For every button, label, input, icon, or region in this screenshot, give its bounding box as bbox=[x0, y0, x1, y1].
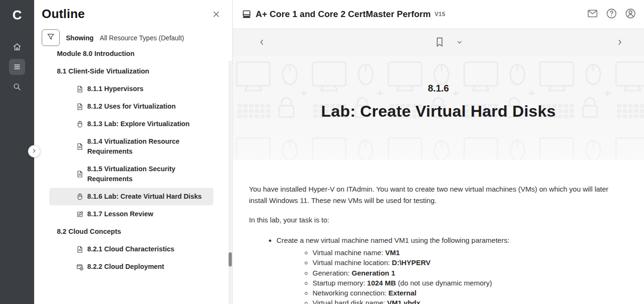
bookmark-button[interactable] bbox=[432, 34, 447, 52]
help-button[interactable] bbox=[606, 8, 617, 21]
bookmark-menu-button[interactable] bbox=[454, 37, 465, 49]
parameter-label: Virtual machine name: bbox=[313, 249, 385, 257]
outline-item-label: 8.1.6 Lab: Create Virtual Hard Disks bbox=[87, 192, 202, 202]
outline-scrollbar-track bbox=[229, 61, 232, 304]
parameter-label: Networking connection: bbox=[313, 289, 388, 297]
document-icon bbox=[76, 142, 84, 151]
outline-item-label: Module 8.0 Introduction bbox=[57, 50, 135, 59]
outline-item[interactable]: 8.1.2 Uses for Virtualization bbox=[49, 98, 213, 115]
parameter-label: Startup memory: bbox=[313, 279, 367, 287]
list-icon bbox=[12, 62, 22, 72]
lesson-hero: 8.1.6 Lab: Create Virtual Hard Disks bbox=[233, 56, 644, 160]
outline-item-label: 8.1.1 Hypervisors bbox=[87, 84, 143, 94]
outline-item[interactable]: 8.1.1 Hypervisors bbox=[49, 80, 213, 98]
outline-item[interactable]: 8.1.4 Virtualization Resource Requiremen… bbox=[49, 133, 213, 160]
comptia-logo: C bbox=[12, 5, 22, 26]
filter-button[interactable] bbox=[42, 29, 60, 46]
outline-item-label: 8.2.1 Cloud Characteristics bbox=[87, 244, 175, 254]
main-area: A+ Core 1 and Core 2 CertMaster Perform … bbox=[233, 0, 644, 304]
outline-item-label: 8.1.4 Virtualization Resource Requiremen… bbox=[87, 137, 211, 157]
outline-item-label: 8.1.5 Virtualization Security Requiremen… bbox=[87, 164, 211, 184]
outline-scrollbar-thumb[interactable] bbox=[229, 252, 232, 267]
course-header: A+ Core 1 and Core 2 CertMaster Perform … bbox=[233, 0, 644, 29]
parameter-list: Virtual machine name: VM1 Virtual machin… bbox=[276, 248, 617, 304]
version-badge: V15 bbox=[434, 11, 445, 18]
outline-panel: Outline Showing All Resource Types (Defa… bbox=[34, 0, 233, 304]
outline-item[interactable]: 8.1.7 Lesson Review bbox=[49, 205, 213, 223]
lab-mouse-icon bbox=[76, 193, 84, 201]
outline-item[interactable]: 8.2 Cloud Concepts bbox=[49, 223, 213, 240]
chevron-left-icon bbox=[258, 38, 266, 48]
chevron-right-icon bbox=[616, 38, 624, 48]
parameter-item: Virtual machine name: VM1 bbox=[313, 248, 617, 258]
bookmark-icon bbox=[434, 36, 445, 50]
parameter-value: VM1.vhdx bbox=[387, 299, 420, 304]
account-icon bbox=[625, 8, 636, 21]
outline-title: Outline bbox=[42, 7, 85, 21]
parameter-label: Virtual hard disk name: bbox=[313, 299, 387, 304]
close-outline-button[interactable] bbox=[212, 9, 221, 20]
app-window: C bbox=[0, 0, 644, 304]
lab-mouse-icon bbox=[76, 120, 84, 129]
parameter-label: Generation: bbox=[313, 269, 352, 277]
document-icon bbox=[76, 170, 84, 178]
parameter-item: Virtual hard disk name: VM1.vhdx bbox=[313, 298, 617, 304]
next-page-button[interactable] bbox=[614, 36, 626, 50]
filter-funnel-icon bbox=[46, 32, 55, 43]
parameter-value: D:\HYPERV bbox=[392, 258, 430, 267]
chevron-down-icon bbox=[456, 38, 463, 47]
task-list: Create a new virtual machine named VM1 u… bbox=[249, 235, 617, 304]
outline-item[interactable]: 8.1.6 Lab: Create Virtual Hard Disks bbox=[49, 188, 213, 205]
close-icon bbox=[212, 13, 221, 20]
outline-item-label: 8.2.2 Cloud Deployment bbox=[87, 262, 164, 272]
document-icon bbox=[76, 85, 84, 93]
page-title: Lab: Create Virtual Hard Disks bbox=[233, 102, 644, 120]
chevron-right-icon bbox=[31, 147, 37, 156]
outline-item[interactable]: 8.2.2 Cloud Deployment bbox=[49, 258, 213, 276]
outline-item-label: 8.1.7 Lesson Review bbox=[87, 209, 153, 219]
home-icon bbox=[12, 42, 22, 52]
messages-button[interactable] bbox=[587, 8, 598, 21]
outline-item-label: 8.1 Client-Side Virtualization bbox=[57, 66, 149, 76]
task-intro: In this lab, your task is to: bbox=[249, 214, 617, 226]
parameter-item: Virtual machine location: D:\HYPERV bbox=[313, 258, 617, 267]
search-button[interactable] bbox=[9, 79, 25, 95]
showing-label: Showing bbox=[66, 34, 93, 42]
outline-item[interactable]: 8.1 Client-Side Virtualization bbox=[49, 63, 213, 80]
document-icon bbox=[76, 245, 84, 254]
outline-item[interactable]: 8.2.1 Cloud Characteristics bbox=[49, 240, 213, 258]
parameter-label: Virtual machine location: bbox=[313, 258, 392, 267]
parameter-suffix: (do not use dynamic memory) bbox=[396, 279, 492, 287]
search-icon bbox=[12, 82, 22, 92]
outline-item-label: 8.2 Cloud Concepts bbox=[57, 227, 121, 237]
outline-item-label: 8.1.2 Uses for Virtualization bbox=[87, 101, 175, 111]
course-title: A+ Core 1 and Core 2 CertMaster Perform bbox=[256, 9, 431, 19]
outline-item[interactable]: Module 8.0 Introduction bbox=[49, 50, 213, 63]
parameter-value: External bbox=[388, 289, 416, 297]
scenario-paragraph: You have installed Hyper-V on ITAdmin. Y… bbox=[249, 184, 617, 206]
panel-expand-button[interactable] bbox=[28, 145, 40, 157]
parameter-item: Generation: Generation 1 bbox=[313, 268, 617, 278]
lab-scenario: You have installed Hyper-V on ITAdmin. Y… bbox=[233, 160, 636, 304]
previous-page-button[interactable] bbox=[256, 36, 268, 50]
outline-item[interactable]: 8.1.5 Virtualization Security Requiremen… bbox=[49, 160, 213, 188]
filter-value: All Resource Types (Default) bbox=[100, 34, 184, 42]
outline-toggle-button[interactable] bbox=[9, 59, 25, 75]
lesson-toolbar bbox=[233, 29, 644, 56]
mail-icon bbox=[587, 8, 598, 21]
course-icon bbox=[241, 9, 252, 19]
lesson-content: 8.1.6 Lab: Create Virtual Hard Disks You… bbox=[233, 56, 644, 304]
task-item: Create a new virtual machine named VM1 u… bbox=[276, 235, 617, 304]
home-button[interactable] bbox=[9, 39, 25, 55]
parameter-item: Networking connection: External bbox=[313, 288, 617, 298]
section-number: 8.1.6 bbox=[233, 83, 644, 94]
parameter-value: Generation 1 bbox=[352, 269, 396, 277]
parameter-value: VM1 bbox=[385, 249, 400, 257]
outline-item-label: 8.1.3 Lab: Explore Virtualization bbox=[87, 119, 190, 129]
lesson-review-icon bbox=[76, 210, 84, 219]
account-button[interactable] bbox=[625, 8, 636, 21]
outline-item[interactable]: 8.2.3 Common Cloud Deployment bbox=[49, 276, 213, 276]
document-icon bbox=[76, 102, 84, 111]
help-icon bbox=[606, 8, 617, 21]
outline-item[interactable]: 8.1.3 Lab: Explore Virtualization bbox=[49, 115, 213, 133]
